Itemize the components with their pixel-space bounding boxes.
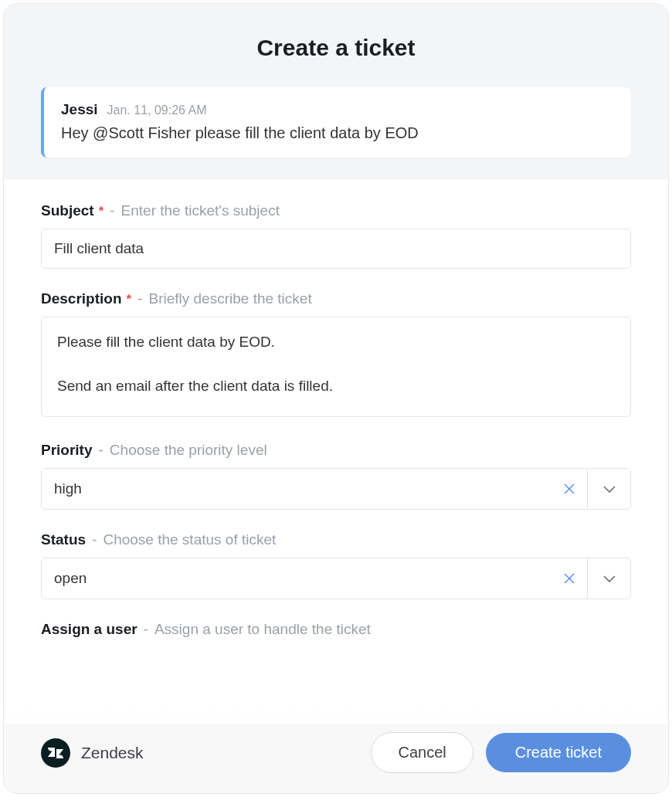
status-clear-button[interactable] (552, 558, 587, 599)
required-indicator: * (127, 292, 132, 307)
description-hint: Briefly describe the ticket (148, 290, 311, 307)
subject-input[interactable] (41, 229, 631, 269)
description-input[interactable] (41, 317, 631, 417)
assign-user-label: Assign a user (41, 621, 137, 638)
modal-header: Create a ticket Jessi Jan. 11, 09:26 AM … (4, 4, 668, 179)
status-hint: Choose the status of ticket (103, 531, 276, 548)
field-status: Status - Choose the status of ticket ope… (41, 531, 631, 599)
zendesk-logo-icon (41, 738, 70, 768)
priority-dropdown-toggle[interactable] (587, 469, 630, 509)
field-priority: Priority - Choose the priority level hig… (41, 442, 631, 510)
field-assign-user-label-row: Assign a user - Assign a user to handle … (41, 621, 631, 638)
priority-hint: Choose the priority level (110, 442, 267, 459)
field-description-label-row: Description * - Briefly describe the tic… (41, 290, 631, 307)
field-status-label-row: Status - Choose the status of ticket (41, 531, 631, 548)
source-author: Jessi (61, 101, 98, 118)
source-message-body: Hey @Scott Fisher please fill the client… (61, 124, 614, 142)
status-label: Status (41, 531, 86, 548)
modal-title: Create a ticket (41, 35, 631, 61)
source-message-card: Jessi Jan. 11, 09:26 AM Hey @Scott Fishe… (41, 87, 631, 158)
close-icon (563, 572, 575, 585)
close-icon (563, 483, 575, 495)
status-dropdown-toggle[interactable] (587, 558, 630, 599)
chevron-down-icon (602, 484, 617, 493)
field-description: Description * - Briefly describe the tic… (41, 290, 631, 420)
modal-footer: Zendesk Cancel Create ticket (4, 711, 668, 793)
status-value: open (42, 558, 552, 599)
subject-hint: Enter the ticket's subject (121, 202, 280, 219)
integration-brand: Zendesk (41, 738, 358, 768)
assign-user-hint: Assign a user to handle the ticket (154, 621, 371, 638)
description-label: Description (41, 290, 122, 307)
field-assign-user: Assign a user - Assign a user to handle … (41, 621, 631, 638)
cancel-button[interactable]: Cancel (371, 732, 473, 773)
priority-clear-button[interactable] (552, 469, 587, 509)
integration-brand-name: Zendesk (81, 744, 144, 762)
subject-label: Subject (41, 202, 94, 219)
create-ticket-button[interactable]: Create ticket (486, 733, 631, 772)
create-ticket-modal: Create a ticket Jessi Jan. 11, 09:26 AM … (3, 3, 669, 794)
source-message-header: Jessi Jan. 11, 09:26 AM (61, 101, 614, 118)
required-indicator: * (99, 204, 104, 219)
priority-label: Priority (41, 442, 93, 459)
source-timestamp: Jan. 11, 09:26 AM (107, 103, 207, 117)
status-select[interactable]: open (41, 558, 631, 599)
field-subject: Subject * - Enter the ticket's subject (41, 202, 631, 269)
chevron-down-icon (602, 574, 617, 583)
priority-value: high (42, 469, 552, 509)
field-subject-label-row: Subject * - Enter the ticket's subject (41, 202, 631, 219)
ticket-form: Subject * - Enter the ticket's subject D… (4, 179, 668, 711)
field-priority-label-row: Priority - Choose the priority level (41, 442, 631, 459)
priority-select[interactable]: high (41, 468, 631, 510)
